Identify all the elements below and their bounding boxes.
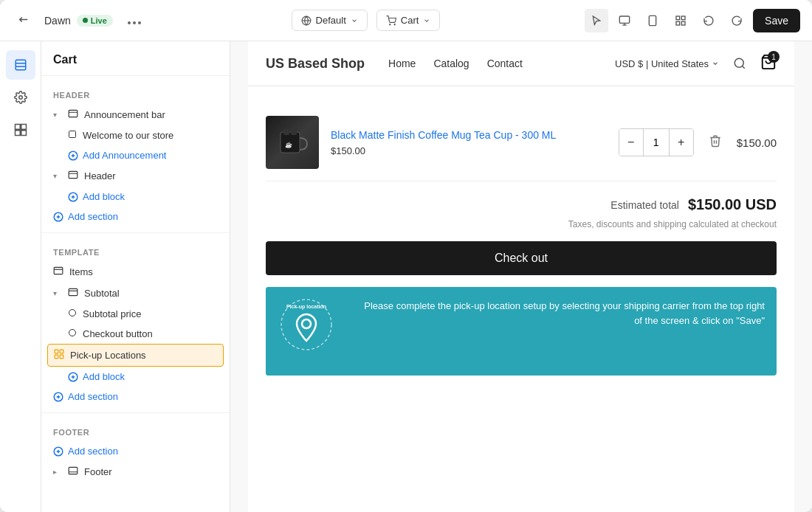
- section-icon: [68, 108, 78, 121]
- preview-frame: US Based Shop Home Catalog Contact USD $…: [248, 41, 794, 512]
- taxes-note: Taxes, discounts and shipping calculated…: [266, 219, 777, 229]
- svg-rect-15: [681, 21, 685, 25]
- currency-select[interactable]: USD $ | United States: [615, 58, 719, 69]
- cart-icon[interactable]: 1: [760, 54, 777, 73]
- svg-text:Pick-up location: Pick-up location: [286, 304, 326, 310]
- apps-button[interactable]: [669, 9, 692, 32]
- svg-rect-14: [676, 21, 680, 25]
- icon-sidebar: [0, 41, 41, 512]
- apps-nav-button[interactable]: [6, 115, 35, 145]
- svg-rect-26: [69, 131, 76, 138]
- welcome-item[interactable]: Welcome to our store: [41, 125, 230, 145]
- product-title[interactable]: Black Matte Finish Coffee Mug Tea Cup - …: [331, 129, 607, 141]
- svg-rect-22: [15, 131, 20, 136]
- add-section-button-2[interactable]: Add section: [41, 387, 230, 407]
- add-block-button-2[interactable]: Add block: [41, 367, 230, 387]
- add-block-button-1[interactable]: Add block: [41, 187, 230, 207]
- redo-button[interactable]: [725, 9, 749, 32]
- cart-summary: Estimated total $150.00 USD Taxes, disco…: [266, 181, 777, 376]
- settings-nav-button[interactable]: [6, 83, 35, 112]
- header-label: Header: [84, 170, 218, 181]
- svg-point-42: [69, 310, 76, 316]
- items-item[interactable]: Items: [41, 261, 230, 283]
- store-header: US Based Shop Home Catalog Contact USD $…: [248, 41, 794, 86]
- announcement-bar-item[interactable]: ▾ Announcement bar: [41, 104, 230, 125]
- checkout-button-item[interactable]: Checkout button: [41, 324, 230, 344]
- quantity-decrease-button[interactable]: −: [619, 129, 643, 156]
- panel-body: Header ▾ Announcement bar: [41, 76, 230, 512]
- template-section-label: Template: [41, 239, 230, 261]
- svg-rect-44: [55, 350, 58, 353]
- search-button[interactable]: [728, 52, 751, 75]
- select-tool-button[interactable]: [585, 9, 608, 32]
- nav-contact[interactable]: Contact: [487, 58, 523, 69]
- page-select[interactable]: Cart: [376, 10, 441, 31]
- item-total: $150.00: [737, 136, 777, 149]
- sections-panel: Cart Header ▾ Announcement bar: [41, 41, 230, 512]
- add-section-button-3[interactable]: Add section: [41, 441, 230, 461]
- product-info: Black Matte Finish Coffee Mug Tea Cup - …: [331, 129, 607, 156]
- currency-label: USD $ | United States: [615, 58, 709, 69]
- svg-rect-7: [619, 16, 629, 23]
- panel-title: Cart: [41, 41, 230, 76]
- viewport-label: Default: [316, 15, 346, 26]
- svg-rect-40: [69, 288, 78, 295]
- more-options-button[interactable]: [122, 10, 147, 31]
- add-section-label-2: Add section: [68, 391, 118, 402]
- desktop-view-button[interactable]: [613, 9, 636, 32]
- estimated-label: Estimated total: [610, 199, 679, 211]
- svg-point-1: [133, 21, 136, 24]
- product-image: ☕: [275, 125, 310, 160]
- checkout-btn-icon: [68, 328, 77, 339]
- pickup-locations-item[interactable]: Pick-up Locations: [47, 344, 224, 367]
- sections-nav-button[interactable]: [6, 50, 35, 80]
- add-announcement-label: Add Announcement: [83, 150, 166, 161]
- subtotal-item[interactable]: ▾ Subtotal: [41, 283, 230, 304]
- svg-rect-64: [291, 129, 297, 135]
- mobile-view-button[interactable]: [641, 9, 664, 32]
- estimated-row: Estimated total $150.00 USD: [266, 196, 777, 213]
- svg-point-0: [128, 21, 131, 24]
- back-button[interactable]: [12, 9, 35, 32]
- svg-rect-45: [60, 350, 63, 353]
- subtotal-icon: [68, 287, 78, 300]
- welcome-label: Welcome to our store: [83, 130, 218, 141]
- chevron-right-icon: ▸: [53, 468, 62, 476]
- quantity-increase-button[interactable]: +: [670, 129, 693, 156]
- add-section-button-1[interactable]: Add section: [41, 207, 230, 226]
- pickup-locations-label: Pick-up Locations: [70, 350, 217, 361]
- save-button[interactable]: Save: [753, 9, 800, 32]
- cart-content: ☕ Black Matte Finish Coffee Mug Tea Cup …: [248, 86, 794, 393]
- svg-rect-63: [283, 129, 289, 135]
- pickup-location-svg: Pick-up location: [277, 298, 336, 364]
- svg-rect-10: [649, 15, 656, 25]
- svg-point-59: [734, 58, 743, 67]
- chevron-down-icon: ▾: [53, 172, 62, 180]
- page-label: Cart: [401, 15, 419, 26]
- nav-home[interactable]: Home: [388, 58, 416, 69]
- live-badge: Live: [77, 15, 113, 27]
- undo-button[interactable]: [697, 9, 720, 32]
- subtotal-price-item[interactable]: Subtotal price: [41, 304, 230, 324]
- add-announcement-button[interactable]: Add Announcement: [41, 145, 230, 165]
- footer-item[interactable]: ▸ Footer: [41, 461, 230, 482]
- svg-point-68: [302, 319, 311, 328]
- nav-catalog[interactable]: Catalog: [433, 58, 469, 69]
- divider: [41, 232, 230, 233]
- live-dot: [83, 18, 88, 23]
- store-nav: Home Catalog Contact: [388, 58, 615, 69]
- viewport-select[interactable]: Default: [292, 10, 368, 31]
- pickup-banner: Pick-up location Please complete the pic…: [266, 287, 777, 376]
- subtotal-price-label: Subtotal price: [83, 308, 218, 319]
- svg-rect-30: [69, 171, 78, 178]
- svg-rect-57: [69, 467, 78, 474]
- checkout-button[interactable]: Check out: [266, 241, 777, 275]
- remove-item-button[interactable]: [706, 131, 725, 154]
- footer-section-label: Footer: [41, 419, 230, 441]
- svg-rect-21: [21, 125, 26, 130]
- subtotal-price-icon: [68, 308, 77, 319]
- svg-point-2: [138, 21, 141, 24]
- svg-rect-46: [55, 355, 58, 359]
- header-item[interactable]: ▾ Header: [41, 165, 230, 187]
- product-price: $150.00: [331, 145, 607, 156]
